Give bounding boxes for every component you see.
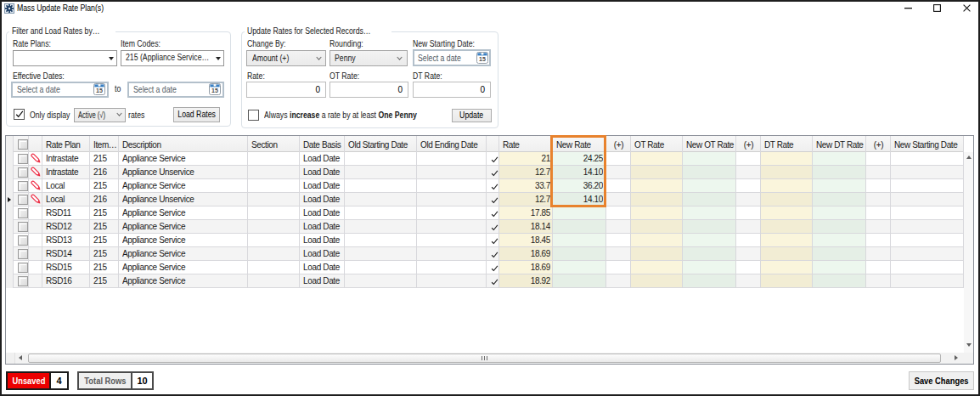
- svg-text:15: 15: [96, 88, 103, 93]
- svg-text:15: 15: [211, 88, 218, 93]
- svg-text:15: 15: [479, 56, 486, 62]
